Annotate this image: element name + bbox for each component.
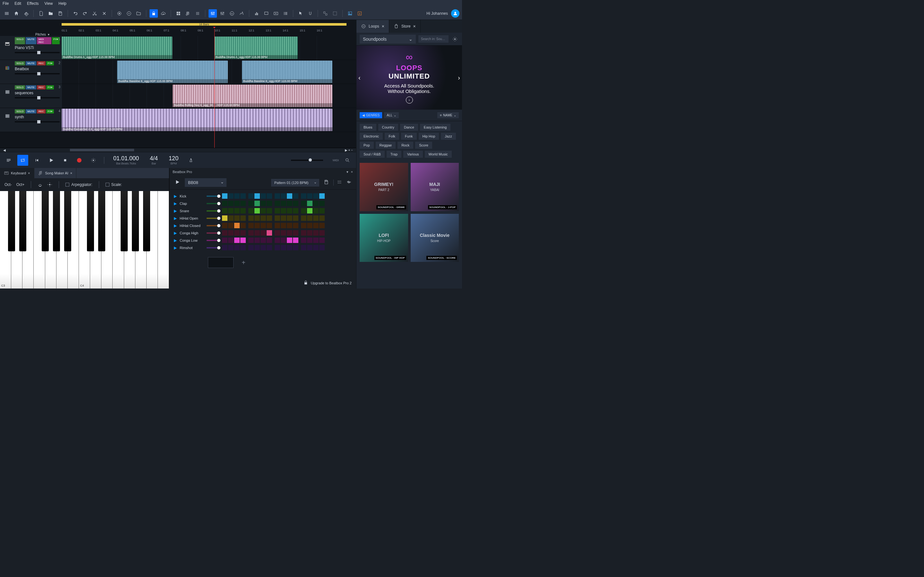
beat-cell[interactable]: [240, 237, 246, 243]
track-fx-button[interactable]: FX▾: [46, 85, 54, 89]
octave-down-button[interactable]: Oct-: [5, 182, 12, 187]
close-icon[interactable]: ×: [351, 170, 353, 174]
beat-cell[interactable]: [234, 193, 240, 199]
piano-white-key[interactable]: [34, 191, 45, 288]
beat-cell[interactable]: [260, 223, 266, 228]
bars-marker[interactable]: 16 Bars: [61, 23, 347, 26]
beat-cell[interactable]: [222, 230, 228, 235]
beat-cell[interactable]: [267, 237, 272, 243]
beat-cell[interactable]: [293, 223, 298, 228]
beat-cell[interactable]: [301, 237, 306, 243]
sort-name-button[interactable]: ≡ NAME ⌄: [437, 112, 459, 118]
beat-cell[interactable]: [248, 237, 254, 243]
track-midirec-button[interactable]: MIDI REC: [37, 37, 51, 44]
beat-cell[interactable]: [267, 245, 272, 250]
genre-chip[interactable]: Electronic: [360, 133, 383, 140]
mastering-icon[interactable]: [237, 9, 246, 18]
row-volume-slider[interactable]: [207, 240, 220, 241]
soundpool-tile[interactable]: MAJIYABAISOUNDPOOL · J-POP: [411, 163, 459, 211]
beat-cell[interactable]: [293, 237, 298, 243]
beat-cell[interactable]: [301, 208, 306, 213]
beat-cell[interactable]: [313, 215, 318, 221]
beat-cell[interactable]: [319, 193, 325, 199]
beat-cell[interactable]: [281, 245, 286, 250]
beat-cell[interactable]: [228, 245, 234, 250]
row-play-icon[interactable]: ▶: [174, 201, 177, 206]
beat-cell[interactable]: [240, 245, 246, 250]
beat-cell[interactable]: [234, 245, 240, 250]
track-volume-slider[interactable]: [15, 97, 60, 98]
beat-cell[interactable]: [293, 230, 298, 235]
track-header[interactable]: SOLOMUTERECFX▾Beatbox 2: [0, 60, 61, 84]
beat-cell[interactable]: [234, 208, 240, 213]
menu-effects[interactable]: Effects: [27, 1, 39, 6]
track-volume-slider[interactable]: [15, 121, 60, 122]
tab-store[interactable]: Store×: [389, 20, 421, 33]
sliders-icon[interactable]: [218, 9, 226, 18]
beat-cell[interactable]: [234, 215, 240, 221]
track-lane[interactable]: Buddha Rolling Seq 6_ogg_00….HDP 115.00 …: [61, 84, 356, 108]
beat-cell[interactable]: [267, 223, 272, 228]
search-icon[interactable]: [342, 155, 353, 166]
beat-cell[interactable]: [234, 237, 240, 243]
keyboard-settings-icon[interactable]: [47, 182, 52, 187]
piano-white-key[interactable]: [113, 191, 124, 288]
row-play-icon[interactable]: ▶: [174, 245, 177, 250]
cloud-icon[interactable]: [159, 9, 168, 18]
beat-cell[interactable]: [293, 245, 298, 250]
genre-chip[interactable]: Easy Listening: [420, 124, 451, 131]
beat-cell[interactable]: [267, 193, 272, 199]
beat-cell[interactable]: [222, 237, 228, 243]
tab-songmaker[interactable]: Song Maker AI×: [34, 168, 77, 178]
fx-icon[interactable]: FX: [228, 9, 236, 18]
genre-chip[interactable]: World Music: [425, 151, 452, 158]
image-icon[interactable]: [346, 9, 354, 18]
genre-chip[interactable]: Soul / R&B: [360, 151, 384, 158]
track-lane[interactable]: Buddha Bassline 6_ogg.HDP 115.00 BPMBudd…: [61, 60, 356, 84]
beat-cell[interactable]: [240, 193, 246, 199]
tempo-display[interactable]: 120: [169, 155, 178, 162]
screen-icon[interactable]: [262, 9, 270, 18]
tab-keyboard[interactable]: Keyboard×: [0, 168, 34, 178]
beat-cell[interactable]: [267, 215, 272, 221]
promo-banner[interactable]: ∞ LOOPSUNLIMITED Access All Soundpools.W…: [357, 45, 462, 110]
pattern-dropdown[interactable]: Pattern 01 (120 BPM): [271, 179, 319, 187]
beat-cell[interactable]: [240, 208, 246, 213]
beat-cell[interactable]: [293, 193, 298, 199]
beat-cell[interactable]: [287, 215, 292, 221]
loop-button[interactable]: [17, 155, 28, 166]
disc-icon[interactable]: [125, 9, 133, 18]
beat-cell[interactable]: [240, 230, 246, 235]
position-display[interactable]: 01.01.000: [113, 155, 139, 162]
save-icon[interactable]: [56, 9, 65, 18]
genre-chip[interactable]: Trap: [387, 151, 401, 158]
filter-genres-button[interactable]: ◀ GENRES: [360, 112, 382, 118]
beat-cell[interactable]: [228, 201, 234, 206]
beat-cell[interactable]: [307, 245, 312, 250]
beat-cell[interactable]: [281, 215, 286, 221]
add-pattern-button[interactable]: +: [238, 257, 249, 268]
beat-cell[interactable]: [313, 223, 318, 228]
user-avatar-icon[interactable]: [451, 9, 459, 18]
track-lane[interactable]: Buddha Earcatcher A 6_ogg.HDP 115.00 BPM: [61, 108, 356, 132]
beat-cell[interactable]: [307, 237, 312, 243]
track-solo-button[interactable]: SOLO: [15, 37, 25, 44]
carousel-next-icon[interactable]: ›: [458, 74, 460, 81]
delete-icon[interactable]: [100, 9, 108, 18]
row-volume-slider[interactable]: [207, 232, 220, 234]
save-preset-icon[interactable]: [324, 179, 329, 185]
row-play-icon[interactable]: ▶: [174, 223, 177, 228]
beat-cell[interactable]: [313, 201, 318, 206]
search-input[interactable]: Search in: Sou…: [418, 35, 449, 43]
track-rec-button[interactable]: REC: [37, 61, 45, 65]
beat-cell[interactable]: [240, 201, 246, 206]
lock-icon[interactable]: [150, 9, 158, 18]
soundpool-tile[interactable]: GRIMEY!PART 2SOUNDPOOL · GRIME: [360, 163, 408, 211]
promo-next-icon[interactable]: ›: [406, 97, 413, 103]
beat-cell[interactable]: [222, 215, 228, 221]
genre-chip[interactable]: Hip Hop: [419, 133, 439, 140]
timeline-scrollbar[interactable]: ◀▶ + −: [0, 148, 356, 152]
beat-cell[interactable]: [248, 230, 254, 235]
beat-cell[interactable]: [293, 208, 298, 213]
beat-cell[interactable]: [287, 201, 292, 206]
